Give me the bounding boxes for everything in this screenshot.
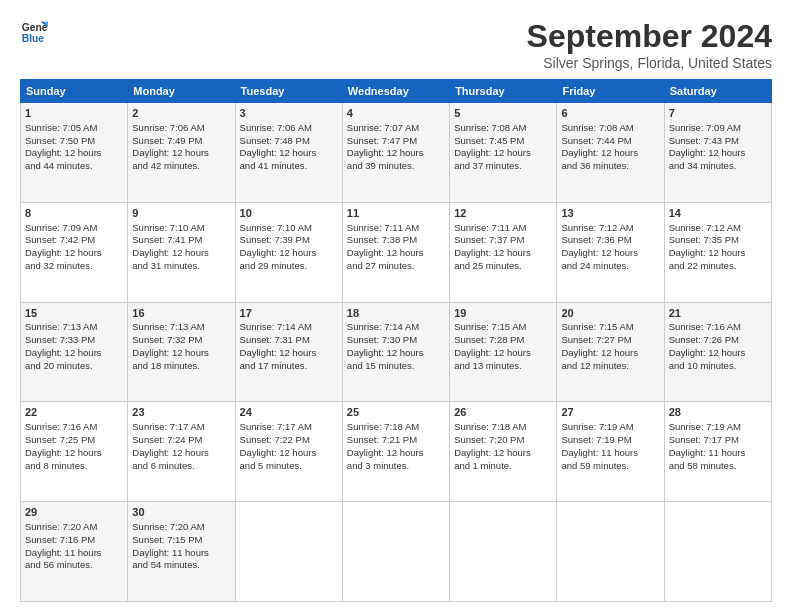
page-title: September 2024	[527, 18, 772, 55]
calendar-cell: 18Sunrise: 7:14 AMSunset: 7:30 PMDayligh…	[342, 302, 449, 402]
calendar-cell	[664, 502, 771, 602]
week-row-4: 22Sunrise: 7:16 AMSunset: 7:25 PMDayligh…	[21, 402, 772, 502]
calendar-cell: 21Sunrise: 7:16 AMSunset: 7:26 PMDayligh…	[664, 302, 771, 402]
cell-info: and 13 minutes.	[454, 360, 552, 373]
cell-info: Sunset: 7:44 PM	[561, 135, 659, 148]
cell-info: and 15 minutes.	[347, 360, 445, 373]
cell-info: and 59 minutes.	[561, 460, 659, 473]
cell-info: Daylight: 12 hours	[454, 247, 552, 260]
cell-info: Sunset: 7:17 PM	[669, 434, 767, 447]
cell-info: Sunrise: 7:11 AM	[454, 222, 552, 235]
cell-info: Sunset: 7:47 PM	[347, 135, 445, 148]
cell-info: Sunrise: 7:07 AM	[347, 122, 445, 135]
calendar-cell: 17Sunrise: 7:14 AMSunset: 7:31 PMDayligh…	[235, 302, 342, 402]
col-header-sunday: Sunday	[21, 80, 128, 103]
day-number: 24	[240, 405, 338, 420]
svg-text:Blue: Blue	[22, 33, 45, 44]
calendar-cell: 3Sunrise: 7:06 AMSunset: 7:48 PMDaylight…	[235, 103, 342, 203]
cell-info: Sunset: 7:22 PM	[240, 434, 338, 447]
calendar-cell: 28Sunrise: 7:19 AMSunset: 7:17 PMDayligh…	[664, 402, 771, 502]
cell-info: and 1 minute.	[454, 460, 552, 473]
day-number: 14	[669, 206, 767, 221]
day-number: 9	[132, 206, 230, 221]
col-header-friday: Friday	[557, 80, 664, 103]
calendar-page: General Blue General Blue September 2024…	[0, 0, 792, 612]
cell-info: Sunrise: 7:18 AM	[454, 421, 552, 434]
cell-info: Sunset: 7:50 PM	[25, 135, 123, 148]
cell-info: Sunrise: 7:19 AM	[669, 421, 767, 434]
cell-info: and 34 minutes.	[669, 160, 767, 173]
cell-info: Sunrise: 7:14 AM	[347, 321, 445, 334]
calendar-cell: 4Sunrise: 7:07 AMSunset: 7:47 PMDaylight…	[342, 103, 449, 203]
cell-info: and 31 minutes.	[132, 260, 230, 273]
cell-info: Daylight: 12 hours	[240, 247, 338, 260]
cell-info: and 27 minutes.	[347, 260, 445, 273]
day-number: 7	[669, 106, 767, 121]
cell-info: Daylight: 12 hours	[240, 447, 338, 460]
cell-info: Sunrise: 7:08 AM	[454, 122, 552, 135]
day-number: 3	[240, 106, 338, 121]
cell-info: Sunrise: 7:19 AM	[561, 421, 659, 434]
cell-info: Sunrise: 7:20 AM	[132, 521, 230, 534]
cell-info: Daylight: 12 hours	[669, 347, 767, 360]
page-subtitle: Silver Springs, Florida, United States	[527, 55, 772, 71]
cell-info: Daylight: 12 hours	[132, 247, 230, 260]
calendar-cell: 19Sunrise: 7:15 AMSunset: 7:28 PMDayligh…	[450, 302, 557, 402]
col-header-wednesday: Wednesday	[342, 80, 449, 103]
logo: General Blue General Blue	[20, 18, 48, 46]
cell-info: and 32 minutes.	[25, 260, 123, 273]
cell-info: Sunrise: 7:17 AM	[240, 421, 338, 434]
cell-info: Sunset: 7:20 PM	[454, 434, 552, 447]
calendar-cell: 14Sunrise: 7:12 AMSunset: 7:35 PMDayligh…	[664, 202, 771, 302]
cell-info: Sunrise: 7:16 AM	[669, 321, 767, 334]
day-number: 28	[669, 405, 767, 420]
cell-info: and 6 minutes.	[132, 460, 230, 473]
cell-info: and 42 minutes.	[132, 160, 230, 173]
cell-info: Daylight: 12 hours	[347, 147, 445, 160]
calendar-cell	[235, 502, 342, 602]
cell-info: Sunset: 7:37 PM	[454, 234, 552, 247]
calendar-cell: 9Sunrise: 7:10 AMSunset: 7:41 PMDaylight…	[128, 202, 235, 302]
cell-info: Sunrise: 7:16 AM	[25, 421, 123, 434]
cell-info: Sunrise: 7:17 AM	[132, 421, 230, 434]
cell-info: Sunrise: 7:11 AM	[347, 222, 445, 235]
cell-info: Daylight: 12 hours	[25, 347, 123, 360]
calendar-cell: 25Sunrise: 7:18 AMSunset: 7:21 PMDayligh…	[342, 402, 449, 502]
cell-info: Daylight: 12 hours	[25, 247, 123, 260]
day-number: 6	[561, 106, 659, 121]
calendar-cell: 8Sunrise: 7:09 AMSunset: 7:42 PMDaylight…	[21, 202, 128, 302]
cell-info: and 58 minutes.	[669, 460, 767, 473]
calendar-cell: 22Sunrise: 7:16 AMSunset: 7:25 PMDayligh…	[21, 402, 128, 502]
cell-info: and 10 minutes.	[669, 360, 767, 373]
week-row-1: 1Sunrise: 7:05 AMSunset: 7:50 PMDaylight…	[21, 103, 772, 203]
cell-info: and 39 minutes.	[347, 160, 445, 173]
cell-info: Sunset: 7:39 PM	[240, 234, 338, 247]
cell-info: Sunrise: 7:08 AM	[561, 122, 659, 135]
col-header-tuesday: Tuesday	[235, 80, 342, 103]
cell-info: Daylight: 11 hours	[25, 547, 123, 560]
calendar-cell: 15Sunrise: 7:13 AMSunset: 7:33 PMDayligh…	[21, 302, 128, 402]
cell-info: Sunset: 7:45 PM	[454, 135, 552, 148]
calendar-cell: 10Sunrise: 7:10 AMSunset: 7:39 PMDayligh…	[235, 202, 342, 302]
cell-info: Sunrise: 7:20 AM	[25, 521, 123, 534]
cell-info: Sunset: 7:16 PM	[25, 534, 123, 547]
day-number: 13	[561, 206, 659, 221]
cell-info: and 22 minutes.	[669, 260, 767, 273]
cell-info: Daylight: 12 hours	[561, 147, 659, 160]
col-header-monday: Monday	[128, 80, 235, 103]
day-number: 12	[454, 206, 552, 221]
calendar-table: SundayMondayTuesdayWednesdayThursdayFrid…	[20, 79, 772, 602]
cell-info: Sunset: 7:33 PM	[25, 334, 123, 347]
cell-info: Sunset: 7:21 PM	[347, 434, 445, 447]
cell-info: Sunset: 7:49 PM	[132, 135, 230, 148]
calendar-cell: 12Sunrise: 7:11 AMSunset: 7:37 PMDayligh…	[450, 202, 557, 302]
cell-info: and 25 minutes.	[454, 260, 552, 273]
cell-info: Daylight: 12 hours	[454, 447, 552, 460]
cell-info: and 3 minutes.	[347, 460, 445, 473]
col-header-thursday: Thursday	[450, 80, 557, 103]
calendar-cell: 2Sunrise: 7:06 AMSunset: 7:49 PMDaylight…	[128, 103, 235, 203]
cell-info: and 29 minutes.	[240, 260, 338, 273]
day-number: 2	[132, 106, 230, 121]
cell-info: Daylight: 12 hours	[454, 147, 552, 160]
cell-info: Daylight: 12 hours	[347, 347, 445, 360]
